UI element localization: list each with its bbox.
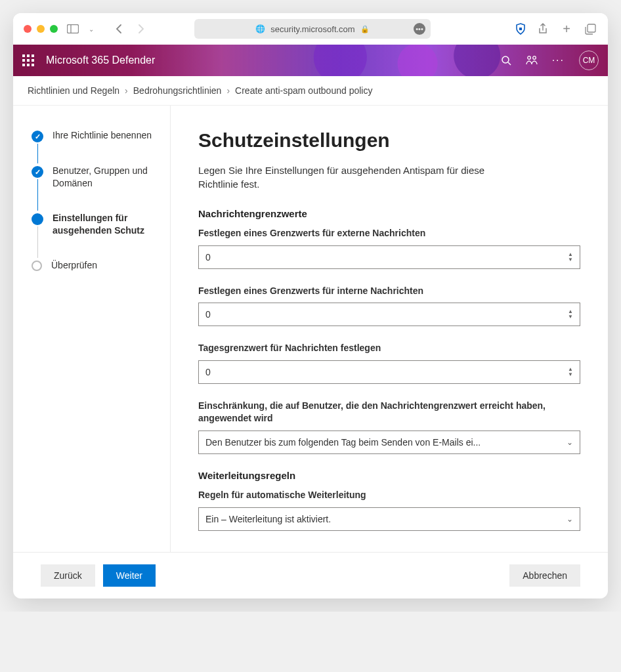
forward-icon xyxy=(134,22,148,36)
back-button[interactable]: Zurück xyxy=(41,564,95,587)
breadcrumb-item[interactable]: Bedrohungsrichtlinien xyxy=(133,85,222,96)
svg-rect-2 xyxy=(519,28,522,30)
internal-limit-label: Festlegen eines Grenzwerts für interne N… xyxy=(198,285,580,298)
svg-rect-0 xyxy=(68,25,79,33)
chevron-down-icon[interactable]: ⌄ xyxy=(84,22,98,36)
spinner-icon[interactable]: ▲▼ xyxy=(568,367,573,377)
lock-icon: 🔒 xyxy=(360,25,370,33)
svg-point-6 xyxy=(527,56,530,60)
url-bar[interactable]: 🌐 security.microsoft.com 🔒 ••• xyxy=(194,19,431,39)
svg-rect-3 xyxy=(588,24,595,32)
restriction-select[interactable]: Den Benutzer bis zum folgenden Tag beim … xyxy=(198,430,580,454)
avatar[interactable]: CM xyxy=(579,51,599,70)
chevron-down-icon: ⌄ xyxy=(567,438,573,447)
reader-icon[interactable]: ••• xyxy=(414,23,425,35)
breadcrumb-item[interactable]: Richtlinien und Regeln xyxy=(28,85,119,96)
minimize-window-icon[interactable] xyxy=(37,25,45,33)
url-text: security.microsoft.com xyxy=(270,24,354,34)
svg-point-4 xyxy=(502,56,509,63)
wizard-stepper: Ihre Richtlinie benennen Benutzer, Grupp… xyxy=(13,106,171,552)
chevron-right-icon: › xyxy=(226,85,230,96)
external-limit-input[interactable]: 0 ▲▼ xyxy=(198,245,580,269)
restriction-label: Einschränkung, die auf Benutzer, die den… xyxy=(198,400,580,425)
chevron-down-icon: ⌄ xyxy=(567,514,573,524)
step-pending-icon xyxy=(32,261,42,271)
next-button[interactable]: Weiter xyxy=(103,564,156,587)
step-done-icon xyxy=(32,166,43,178)
step-users-groups[interactable]: Benutzer, Gruppen und Domänen xyxy=(32,165,157,212)
daily-limit-value: 0 xyxy=(205,367,211,377)
step-name-policy[interactable]: Ihre Richtlinie benennen xyxy=(32,129,157,165)
globe-icon: 🌐 xyxy=(255,24,265,33)
app-title: Microsoft 365 Defender xyxy=(46,54,155,66)
spinner-icon[interactable]: ▲▼ xyxy=(568,309,573,320)
forward-rules-select[interactable]: Ein – Weiterleitung ist aktiviert. ⌄ xyxy=(198,507,580,531)
external-limit-label: Festlegen eines Grenzwerts für externe N… xyxy=(198,227,580,240)
internal-limit-input[interactable]: 0 ▲▼ xyxy=(198,303,580,326)
breadcrumb: Richtlinien und Regeln › Bedrohungsricht… xyxy=(13,76,608,105)
new-tab-icon[interactable]: + xyxy=(559,22,574,36)
svg-line-5 xyxy=(508,62,511,65)
step-review[interactable]: Überprüfen xyxy=(32,259,157,272)
wizard-footer: Zurück Weiter Abbrechen xyxy=(13,552,608,598)
avatar-initials: CM xyxy=(583,56,595,65)
maximize-window-icon[interactable] xyxy=(50,25,58,33)
step-label: Einstellungen für ausgehenden Schutz xyxy=(53,212,157,237)
back-icon[interactable] xyxy=(112,22,126,36)
step-label: Überprüfen xyxy=(51,259,97,272)
org-icon[interactable] xyxy=(526,55,538,66)
sidebar-toggle-icon[interactable] xyxy=(66,22,80,36)
privacy-shield-icon[interactable] xyxy=(515,23,526,35)
step-label: Benutzer, Gruppen und Domänen xyxy=(53,165,157,190)
window-controls xyxy=(24,25,58,33)
more-icon[interactable]: ··· xyxy=(552,54,565,66)
app-launcher-icon[interactable] xyxy=(22,54,34,66)
spinner-icon[interactable]: ▲▼ xyxy=(568,252,573,262)
chevron-right-icon: › xyxy=(125,85,128,96)
share-icon[interactable] xyxy=(536,22,550,36)
close-window-icon[interactable] xyxy=(24,25,32,33)
page-title: Schutzeinstellungen xyxy=(198,129,580,152)
daily-limit-input[interactable]: 0 ▲▼ xyxy=(198,360,580,384)
forward-rules-label: Regeln für automatische Weiterleitung xyxy=(198,489,580,502)
step-done-icon xyxy=(32,131,43,142)
browser-window: ⌄ 🌐 security.microsoft.com 🔒 ••• + xyxy=(13,13,608,598)
section-limits-title: Nachrichtengrenzwerte xyxy=(198,208,580,219)
step-outbound-protection[interactable]: Einstellungen für ausgehenden Schutz xyxy=(32,212,157,259)
tabs-overview-icon[interactable] xyxy=(583,22,597,36)
step-current-icon xyxy=(32,213,43,225)
content-body: Ihre Richtlinie benennen Benutzer, Grupp… xyxy=(13,105,608,552)
section-forward-title: Weiterleitungsregeln xyxy=(198,470,580,481)
cancel-button[interactable]: Abbrechen xyxy=(509,564,580,587)
search-icon[interactable] xyxy=(501,55,511,66)
forward-rules-value: Ein – Weiterleitung ist aktiviert. xyxy=(205,514,331,524)
browser-toolbar: ⌄ 🌐 security.microsoft.com 🔒 ••• + xyxy=(13,13,608,45)
app-header: Microsoft 365 Defender ··· CM xyxy=(13,45,608,76)
svg-point-7 xyxy=(532,56,536,60)
breadcrumb-current: Create anti-spam outbound policy xyxy=(235,85,372,96)
external-limit-value: 0 xyxy=(205,252,211,262)
internal-limit-value: 0 xyxy=(205,309,211,320)
daily-limit-label: Tagesgrenzwert für Nachrichten festlegen xyxy=(198,342,580,355)
main-panel: Schutzeinstellungen Legen Sie Ihre Einst… xyxy=(171,106,608,552)
restriction-value: Den Benutzer bis zum folgenden Tag beim … xyxy=(205,437,481,448)
page-subtitle: Legen Sie Ihre Einstellungen für ausgehe… xyxy=(198,163,500,191)
step-label: Ihre Richtlinie benennen xyxy=(53,129,152,142)
